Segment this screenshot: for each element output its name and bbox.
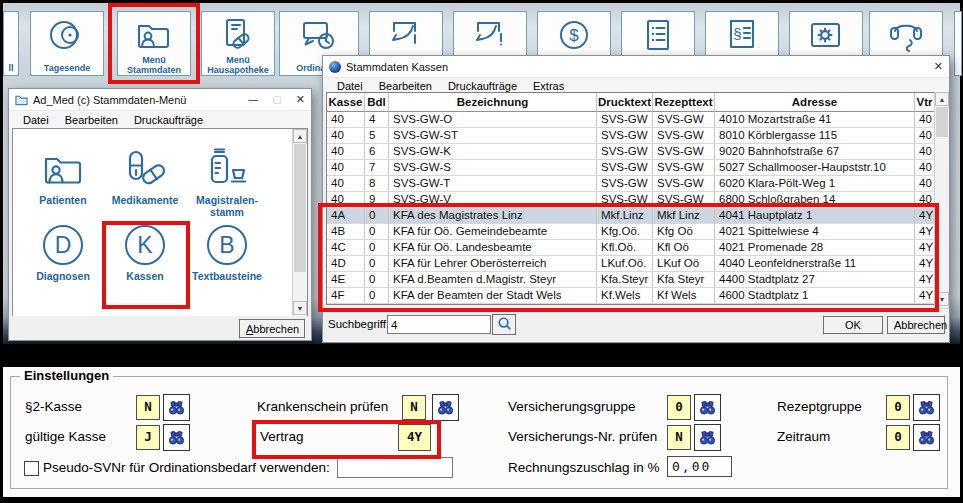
versicherungsnr-search-button[interactable] xyxy=(694,424,721,451)
toolbar-button-tagesende[interactable]: Tagesende xyxy=(30,11,104,76)
table-row[interactable]: 404SVS-GW-OSVS-GWSVS-GW4010 Mozartstraße… xyxy=(327,112,935,128)
search-button[interactable] xyxy=(492,314,516,335)
cancel-button[interactable]: Abbrechen xyxy=(239,319,305,338)
versicherungsgruppe-search-button[interactable] xyxy=(694,394,721,421)
menu-entry-medikamente[interactable]: Medikamente xyxy=(105,147,185,206)
binoculars-icon xyxy=(918,429,935,446)
zeitraum-field[interactable]: 0 xyxy=(886,425,910,450)
menu-entry-kassen[interactable]: K Kassen xyxy=(105,223,185,282)
table-cell: 4010 Mozartstraße 41 xyxy=(715,112,915,128)
column-header[interactable]: Adresse xyxy=(715,93,915,112)
rezeptgruppe-search-button[interactable] xyxy=(913,394,940,421)
scroll-down-icon[interactable]: ▼ xyxy=(293,301,307,315)
table-cell: 4041 Hauptplatz 1 xyxy=(715,208,915,224)
table-cell: SVS-GW-V xyxy=(389,192,597,208)
binoculars-icon xyxy=(437,399,454,416)
gueltige-kasse-search-button[interactable] xyxy=(163,424,190,451)
column-header[interactable]: Rezepttext xyxy=(653,93,715,112)
s2-kasse-search-button[interactable] xyxy=(163,394,190,421)
table-cell: 4Y xyxy=(915,208,935,224)
column-header[interactable]: Bdl xyxy=(365,93,389,112)
toolbar-button-menu-stammdaten[interactable]: Menü Stammdaten xyxy=(117,11,191,76)
table-cell: Kfg.Oö. xyxy=(597,224,653,240)
cancel-button[interactable]: Abbrechen xyxy=(887,316,945,334)
pseudo-svnr-checkbox[interactable] xyxy=(24,461,39,476)
svg-text:§: § xyxy=(733,25,741,42)
menu-entry-textbausteine[interactable]: B Textbausteine xyxy=(187,223,267,282)
bottle-cup-icon xyxy=(205,147,249,191)
search-input[interactable] xyxy=(387,315,491,334)
table-cell: 0 xyxy=(365,240,389,256)
close-icon[interactable]: ✕ xyxy=(934,60,943,73)
scrollbar-thumb[interactable] xyxy=(294,144,306,272)
table-row[interactable]: 4D0KFA für Lehrer OberösterreichLKuf.Oö.… xyxy=(327,256,935,272)
menu-entry-patienten[interactable]: Patienten xyxy=(23,147,103,206)
versicherungsnr-label: Versicherungs-Nr. prüfen xyxy=(508,429,657,444)
krankenschein-field[interactable]: N xyxy=(402,395,426,420)
table-cell: 4 xyxy=(365,112,389,128)
table-row[interactable]: 4A0KFA des Magistrates LinzMkf.LinzMkf L… xyxy=(327,208,935,224)
table-row[interactable]: 4E0KFA d.Beamten d.Magistr. SteyrKfa.Ste… xyxy=(327,272,935,288)
table-cell: 9020 Bahnhofstraße 67 xyxy=(715,144,915,160)
menu-druckauftraege[interactable]: Druckaufträge xyxy=(126,112,211,128)
table-cell: Kfa.Steyr xyxy=(597,272,653,288)
table-cell: 0 xyxy=(365,288,389,304)
krankenschein-search-button[interactable] xyxy=(432,394,459,421)
table-cell: SVS-GW xyxy=(597,160,653,176)
paragraph-icon: § xyxy=(722,15,762,55)
window-titlebar[interactable]: Ad_Med (c) Stammdaten-Menü — ▢ ✕ xyxy=(9,89,311,111)
table-row[interactable]: 406SVS-GW-KSVS-GWSVS-GW9020 Bahnhofstraß… xyxy=(327,144,935,160)
window-titlebar[interactable]: Stammdaten Kassen ✕ xyxy=(323,56,949,78)
pseudo-svnr-input[interactable] xyxy=(337,457,453,478)
menu-datei[interactable]: Datei xyxy=(15,112,57,128)
versicherungsnr-field[interactable]: N xyxy=(667,425,691,450)
menu-entry-diagnosen[interactable]: D Diagnosen xyxy=(23,223,103,282)
table-cell: KFA d.Beamten d.Magistr. Steyr xyxy=(389,272,597,288)
scroll-up-icon[interactable]: ▲ xyxy=(293,129,307,143)
scroll-up-icon[interactable]: ▲ xyxy=(935,92,949,106)
menu-content: Patienten Medikamente xyxy=(12,128,308,318)
table-cell: KFA des Magistrates Linz xyxy=(389,208,597,224)
pseudo-svnr-label: Pseudo-SVNr für Ordinationsbedarf verwen… xyxy=(43,460,330,475)
disc-icon xyxy=(47,15,87,55)
document-pill-icon xyxy=(218,15,258,55)
rezeptgruppe-field[interactable]: 0 xyxy=(886,395,910,420)
maximize-icon[interactable]: ▢ xyxy=(272,94,281,105)
vertrag-label: Vertrag xyxy=(260,429,304,444)
column-header[interactable]: Bezeichnung xyxy=(389,93,597,112)
menu-bearbeiten[interactable]: Bearbeiten xyxy=(57,112,126,128)
scrollbar[interactable]: ▲ ▼ xyxy=(934,92,949,306)
ok-button[interactable]: OK xyxy=(823,316,883,334)
close-icon[interactable]: ✕ xyxy=(296,93,305,106)
scroll-down-icon[interactable]: ▼ xyxy=(935,292,949,306)
zeitraum-search-button[interactable] xyxy=(913,424,940,451)
scrollbar-thumb[interactable] xyxy=(936,107,948,137)
table-cell: SVS-GW xyxy=(653,128,715,144)
minimize-icon[interactable]: — xyxy=(248,94,258,105)
column-header[interactable]: Vtr xyxy=(915,93,935,112)
window-title: Ad_Med (c) Stammdaten-Menü xyxy=(33,94,186,106)
column-header[interactable]: Kasse xyxy=(327,93,365,112)
table-row[interactable]: 4C0KFA für Oö. LandesbeamteKfl.Oö.Kfl Oö… xyxy=(327,240,935,256)
toolbar-button-menu-hausapotheke[interactable]: Menü Hausapotheke xyxy=(201,11,275,76)
s2-kasse-field[interactable]: N xyxy=(136,395,160,420)
menu-entry-magistralenstamm[interactable]: Magistralen-stamm xyxy=(187,147,267,218)
table-cell: SVS-GW xyxy=(597,176,653,192)
table-row[interactable]: 407SVS-GW-SSVS-GWSVS-GW5027 Schallmooser… xyxy=(327,160,935,176)
scrollbar[interactable]: ▲ ▼ xyxy=(292,129,307,315)
table-cell: 0 xyxy=(365,224,389,240)
toolbar-button-partial[interactable]: ll xyxy=(3,11,19,76)
table-cell: 4F xyxy=(327,288,365,304)
column-header[interactable]: Drucktext xyxy=(597,93,653,112)
table-row[interactable]: 409SVS-GW-VSVS-GWSVS-GW6800 Schloßgraben… xyxy=(327,192,935,208)
toolbar-button-partial-right[interactable] xyxy=(954,11,962,76)
versicherungsgruppe-field[interactable]: 0 xyxy=(667,395,691,420)
rechnungszuschlag-field[interactable]: 0,00 xyxy=(667,456,732,477)
gueltige-kasse-field[interactable]: J xyxy=(136,425,160,450)
vertrag-field[interactable]: 4Y xyxy=(398,424,431,451)
table-row[interactable]: 405SVS-GW-STSVS-GWSVS-GW8010 Körblergass… xyxy=(327,128,935,144)
table-cell: KFA der Beamten der Stadt Wels xyxy=(389,288,597,304)
table-row[interactable]: 4F0KFA der Beamten der Stadt WelsKf.Wels… xyxy=(327,288,935,304)
table-row[interactable]: 408SVS-GW-TSVS-GWSVS-GW6020 Klara-Pölt-W… xyxy=(327,176,935,192)
table-row[interactable]: 4B0KFA für Oö. GemeindebeamteKfg.Oö.Kfg … xyxy=(327,224,935,240)
